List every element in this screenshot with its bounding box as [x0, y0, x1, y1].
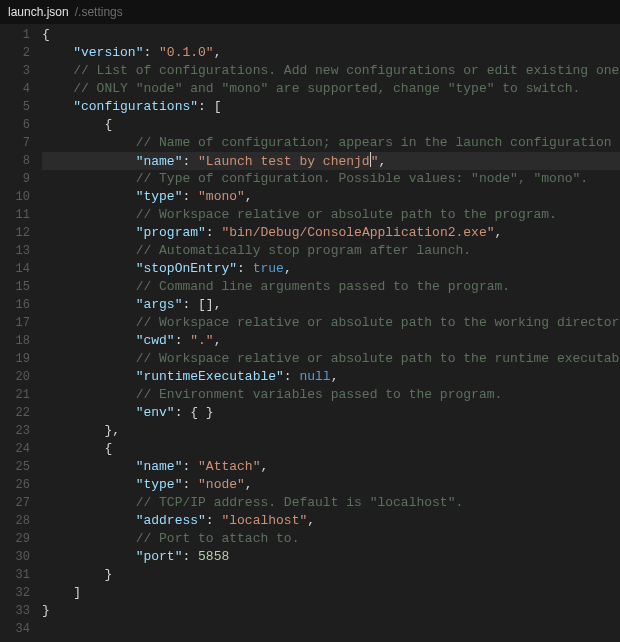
token-punct: , — [214, 45, 222, 60]
code-line[interactable]: "env": { } — [42, 404, 620, 422]
token-string: "mono" — [198, 189, 245, 204]
line-number: 20 — [0, 368, 30, 386]
token-colon: : — [206, 225, 222, 240]
code-line[interactable]: "args": [], — [42, 296, 620, 314]
line-number: 17 — [0, 314, 30, 332]
code-editor[interactable]: 1234567891011121314151617181920212223242… — [0, 24, 620, 642]
code-line[interactable]: { — [42, 26, 620, 44]
line-number: 32 — [0, 584, 30, 602]
code-line[interactable]: // Workspace relative or absolute path t… — [42, 314, 620, 332]
line-number: 22 — [0, 404, 30, 422]
line-number: 13 — [0, 242, 30, 260]
token-colon: : — [182, 549, 198, 564]
token-brace: } — [104, 567, 112, 582]
token-string: "0.1.0" — [159, 45, 214, 60]
code-line[interactable]: "address": "localhost", — [42, 512, 620, 530]
token-comment: // Port to attach to. — [136, 531, 300, 546]
code-line[interactable]: // ONLY "node" and "mono" are supported,… — [42, 80, 620, 98]
line-number: 21 — [0, 386, 30, 404]
line-number: 5 — [0, 98, 30, 116]
token-colon: : — [182, 189, 198, 204]
token-comment: // ONLY "node" and "mono" are supported,… — [73, 81, 580, 96]
token-comment: // Workspace relative or absolute path t… — [136, 315, 620, 330]
code-line[interactable]: // Type of configuration. Possible value… — [42, 170, 620, 188]
code-line[interactable]: "type": "node", — [42, 476, 620, 494]
token-comment: // Command line arguments passed to the … — [136, 279, 510, 294]
token-comment: // List of configurations. Add new confi… — [73, 63, 620, 78]
code-line[interactable] — [42, 620, 620, 638]
line-number: 24 — [0, 440, 30, 458]
code-line[interactable]: "program": "bin/Debug/ConsoleApplication… — [42, 224, 620, 242]
code-line[interactable]: ] — [42, 584, 620, 602]
code-line[interactable]: } — [42, 566, 620, 584]
tab-folder: /.settings — [75, 5, 123, 19]
token-key: "configurations" — [73, 99, 198, 114]
line-number: 29 — [0, 530, 30, 548]
code-line[interactable]: { — [42, 440, 620, 458]
line-number: 19 — [0, 350, 30, 368]
code-line[interactable]: }, — [42, 422, 620, 440]
line-number: 33 — [0, 602, 30, 620]
line-number: 15 — [0, 278, 30, 296]
code-line[interactable]: "port": 5858 — [42, 548, 620, 566]
code-line[interactable]: // TCP/IP address. Default is "localhost… — [42, 494, 620, 512]
token-comment: // Type of configuration. Possible value… — [136, 171, 588, 186]
code-line[interactable]: // Workspace relative or absolute path t… — [42, 206, 620, 224]
token-key: "env" — [136, 405, 175, 420]
code-line[interactable]: "configurations": [ — [42, 98, 620, 116]
code-line[interactable]: // Command line arguments passed to the … — [42, 278, 620, 296]
code-line[interactable]: "type": "mono", — [42, 188, 620, 206]
line-number: 3 — [0, 62, 30, 80]
token-comment: // Workspace relative or absolute path t… — [136, 351, 620, 366]
token-key: "stopOnEntry" — [136, 261, 237, 276]
line-number: 23 — [0, 422, 30, 440]
line-number: 31 — [0, 566, 30, 584]
token-number: 5858 — [198, 549, 229, 564]
token-string: "node" — [198, 477, 245, 492]
token-colon: : — [182, 459, 198, 474]
token-comment: // Automatically stop program after laun… — [136, 243, 471, 258]
token-key: "version" — [73, 45, 143, 60]
token-key: "runtimeExecutable" — [136, 369, 284, 384]
code-line[interactable]: "name": "Attach", — [42, 458, 620, 476]
line-number: 1 — [0, 26, 30, 44]
token-punct: [ — [214, 99, 222, 114]
token-colon: : — [237, 261, 253, 276]
code-line[interactable]: // Environment variables passed to the p… — [42, 386, 620, 404]
tab-bar: launch.json /.settings — [0, 0, 620, 24]
code-line[interactable]: "stopOnEntry": true, — [42, 260, 620, 278]
token-punct: , — [245, 477, 253, 492]
code-line[interactable]: { — [42, 116, 620, 134]
code-line[interactable]: "runtimeExecutable": null, — [42, 368, 620, 386]
token-punct: ] — [73, 585, 81, 600]
code-line[interactable]: // Workspace relative or absolute path t… — [42, 350, 620, 368]
code-line[interactable]: // Automatically stop program after laun… — [42, 242, 620, 260]
line-number: 28 — [0, 512, 30, 530]
token-bool: true — [253, 261, 284, 276]
token-string: "Launch test by chenjd — [198, 154, 370, 169]
token-brace: { } — [190, 405, 213, 420]
code-line[interactable]: // List of configurations. Add new confi… — [42, 62, 620, 80]
code-line[interactable]: // Name of configuration; appears in the… — [42, 134, 620, 152]
code-line[interactable]: "version": "0.1.0", — [42, 44, 620, 62]
code-line[interactable]: "name": "Launch test by chenjd", — [42, 152, 620, 170]
token-punct: [], — [198, 297, 221, 312]
token-comment: // Workspace relative or absolute path t… — [136, 207, 557, 222]
tab-filename[interactable]: launch.json — [8, 5, 69, 19]
line-number: 30 — [0, 548, 30, 566]
token-punct: , — [495, 225, 503, 240]
code-line[interactable]: // Port to attach to. — [42, 530, 620, 548]
token-colon: : — [182, 154, 198, 169]
code-line[interactable]: "cwd": ".", — [42, 332, 620, 350]
code-line[interactable]: } — [42, 602, 620, 620]
line-number: 8 — [0, 152, 30, 170]
code-area[interactable]: { "version": "0.1.0", // List of configu… — [42, 24, 620, 642]
line-number: 9 — [0, 170, 30, 188]
line-number: 16 — [0, 296, 30, 314]
token-colon: : — [198, 99, 214, 114]
line-number: 25 — [0, 458, 30, 476]
line-number: 6 — [0, 116, 30, 134]
line-number: 11 — [0, 206, 30, 224]
token-punct: , — [112, 423, 120, 438]
token-comment: // TCP/IP address. Default is "localhost… — [136, 495, 464, 510]
